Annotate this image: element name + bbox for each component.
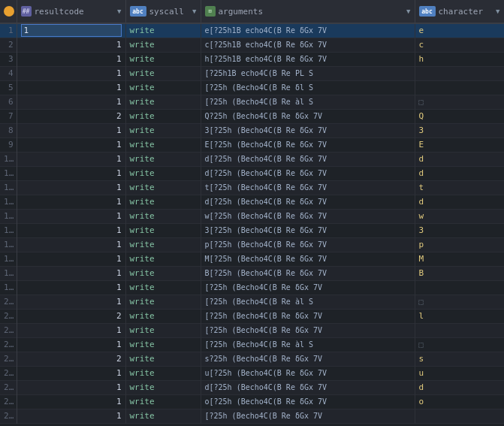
- header-resultcode-label: resultcode: [35, 7, 84, 17]
- cell-resultcode[interactable]: 2: [17, 309, 125, 323]
- resultcode-input[interactable]: [21, 24, 122, 37]
- table-row[interactable]: 251writeu[?25h (Becho4C(B Re δGx 7Vu: [0, 366, 504, 380]
- cell-resultcode[interactable]: 1: [17, 123, 125, 137]
- cell-resultcode[interactable]: 1: [17, 266, 125, 280]
- table-row[interactable]: 151write3[?25h (Becho4C(B Re δGx 7V3: [0, 223, 504, 237]
- cell-row-num: 15: [0, 223, 17, 237]
- table-row[interactable]: 91writeE[?25h (Becho4C(B Re δGx 7VE: [0, 137, 504, 152]
- table-row[interactable]: 121writet[?25h (Becho4C(B Re δGx 7Vt: [0, 180, 504, 195]
- cell-character: ⬚: [415, 95, 504, 109]
- cell-resultcode[interactable]: 1: [17, 394, 125, 409]
- cell-arguments: [?25h (Becho4C(B Re àl S: [201, 295, 415, 309]
- cell-resultcode[interactable]: 1: [17, 337, 125, 352]
- table-row[interactable]: 242writes?25h (Becho4C(B Re δGx 7Vs: [0, 352, 504, 366]
- table-row[interactable]: 281write[?25h (Becho4C(B Re δGx 7V: [0, 409, 504, 423]
- table-row[interactable]: 72writeQ?25h (Becho4C(B Re δGx 7VQ: [0, 109, 504, 123]
- table-row[interactable]: 181writeB[?25h (Becho4C(B Re δGx 7VB: [0, 266, 504, 280]
- cell-character: d: [415, 166, 504, 180]
- cell-resultcode[interactable]: 1: [17, 180, 125, 195]
- cell-arguments: h[?25h1B echo4C(B Re δGx 7V: [201, 52, 415, 66]
- special-char-icon: ⬚: [419, 98, 424, 106]
- cell-resultcode[interactable]: 1: [17, 66, 125, 80]
- cell-arguments: t[?25h (Becho4C(B Re δGx 7V: [201, 180, 415, 195]
- table-row[interactable]: 131writed[?25h (Becho4C(B Re δGx 7Vd: [0, 195, 504, 209]
- cell-syscall: write: [125, 366, 201, 380]
- sort-arrow-arguments[interactable]: ▼: [406, 8, 410, 15]
- table-row[interactable]: 161writep[?25h (Becho4C(B Re δGx 7Vp: [0, 237, 504, 252]
- table-row[interactable]: 191write[?25h (Becho4C(B Re δGx 7V: [0, 280, 504, 295]
- cell-syscall: write: [125, 394, 201, 409]
- sort-arrow-resultcode[interactable]: ▼: [117, 8, 121, 15]
- cell-resultcode[interactable]: 1: [17, 223, 125, 237]
- cell-character: [415, 280, 504, 295]
- grid-icon: ⊞: [205, 6, 216, 17]
- cell-resultcode[interactable]: [17, 23, 125, 38]
- table-row[interactable]: 221write[?25h (Becho4C(B Re δGx 7V: [0, 323, 504, 337]
- cell-arguments: [?25h (Becho4C(B Re àl S: [201, 337, 415, 352]
- table-row[interactable]: 21writec[?25h1B echo4C(B Re δGx 7Vc: [0, 38, 504, 52]
- cell-resultcode[interactable]: 2: [17, 109, 125, 123]
- cell-resultcode[interactable]: 1: [17, 80, 125, 95]
- cell-resultcode[interactable]: 1: [17, 280, 125, 295]
- table-row[interactable]: 31writeh[?25h1B echo4C(B Re δGx 7Vh: [0, 52, 504, 66]
- cell-resultcode[interactable]: 1: [17, 95, 125, 109]
- cell-row-num: 5: [0, 80, 17, 95]
- cell-syscall: write: [125, 195, 201, 209]
- sort-arrow-character[interactable]: ▼: [496, 8, 499, 15]
- data-table: ## resultcode ▼ abc syscall ▼ ⊞ argu: [0, 0, 504, 424]
- table-row[interactable]: 201write[?25h (Becho4C(B Re àl S⬚: [0, 295, 504, 309]
- cell-arguments: c[?25h1B echo4C(B Re δGx 7V: [201, 38, 415, 52]
- cell-resultcode[interactable]: 1: [17, 137, 125, 152]
- cell-resultcode[interactable]: 1: [17, 380, 125, 394]
- header-character[interactable]: abc character ▼: [415, 0, 504, 23]
- cell-character: d: [415, 380, 504, 394]
- cell-row-num: 14: [0, 209, 17, 223]
- cell-character: [415, 66, 504, 80]
- table-row[interactable]: 231write[?25h (Becho4C(B Re àl S⬚: [0, 337, 504, 352]
- table-row[interactable]: 212write[?25h (Becho4C(B Re δGx 7Vl: [0, 309, 504, 323]
- cell-resultcode[interactable]: 1: [17, 237, 125, 252]
- cell-character: 3: [415, 123, 504, 137]
- table-row[interactable]: 61write[?25h (Becho4C(B Re àl S⬚: [0, 95, 504, 109]
- cell-arguments: E[?25h (Becho4C(B Re δGx 7V: [201, 137, 415, 152]
- cell-resultcode[interactable]: 1: [17, 38, 125, 52]
- cell-character: o: [415, 394, 504, 409]
- header-syscall[interactable]: abc syscall ▼: [125, 0, 201, 23]
- table-row[interactable]: 271writeo[?25h (Becho4C(B Re δGx 7Vo: [0, 394, 504, 409]
- cell-row-num: 28: [0, 409, 17, 423]
- cell-resultcode[interactable]: 1: [17, 295, 125, 309]
- header-resultcode[interactable]: ## resultcode ▼: [17, 0, 125, 23]
- table-row[interactable]: 81write3[?25h (Becho4C(B Re δGx 7V3: [0, 123, 504, 137]
- cell-resultcode[interactable]: 2: [17, 352, 125, 366]
- sort-arrow-syscall[interactable]: ▼: [192, 8, 196, 15]
- table-row[interactable]: 101writed[?25h (Becho4C(B Re δGx 7Vd: [0, 152, 504, 166]
- cell-syscall: write: [125, 323, 201, 337]
- table-row[interactable]: 141writew[?25h (Becho4C(B Re δGx 7Vw: [0, 209, 504, 223]
- hash-icon: ##: [21, 6, 32, 17]
- table-row[interactable]: 261writed[?25h (Becho4C(B Re δGx 7Vd: [0, 380, 504, 394]
- cell-resultcode[interactable]: 1: [17, 209, 125, 223]
- cell-row-num: 11: [0, 166, 17, 180]
- cell-row-num: 20: [0, 295, 17, 309]
- cell-resultcode[interactable]: 1: [17, 52, 125, 66]
- cell-character: ⬚: [415, 337, 504, 352]
- cell-resultcode[interactable]: 1: [17, 323, 125, 337]
- cell-resultcode[interactable]: 1: [17, 166, 125, 180]
- cell-arguments: B[?25h (Becho4C(B Re δGx 7V: [201, 266, 415, 280]
- header-arguments[interactable]: ⊞ arguments ▼: [201, 0, 415, 23]
- cell-character: l: [415, 309, 504, 323]
- cell-character: s: [415, 352, 504, 366]
- table-row[interactable]: 111writed[?25h (Becho4C(B Re δGx 7Vd: [0, 166, 504, 180]
- cell-resultcode[interactable]: 1: [17, 409, 125, 423]
- cell-resultcode[interactable]: 1: [17, 152, 125, 166]
- cell-syscall: write: [125, 80, 201, 95]
- table-row[interactable]: 1writee[?25h1B echo4C(B Re δGx 7Ve: [0, 23, 504, 38]
- cell-resultcode[interactable]: 1: [17, 252, 125, 266]
- table-row[interactable]: 51write[?25h (Becho4C(B Re δl S: [0, 80, 504, 95]
- cell-syscall: write: [125, 337, 201, 352]
- cell-arguments: w[?25h (Becho4C(B Re δGx 7V: [201, 209, 415, 223]
- table-row[interactable]: 41write[?25h1B echo4C(B Re ΡL S: [0, 66, 504, 80]
- cell-resultcode[interactable]: 1: [17, 366, 125, 380]
- table-row[interactable]: 171writeM[?25h (Becho4C(B Re δGx 7VM: [0, 252, 504, 266]
- cell-resultcode[interactable]: 1: [17, 195, 125, 209]
